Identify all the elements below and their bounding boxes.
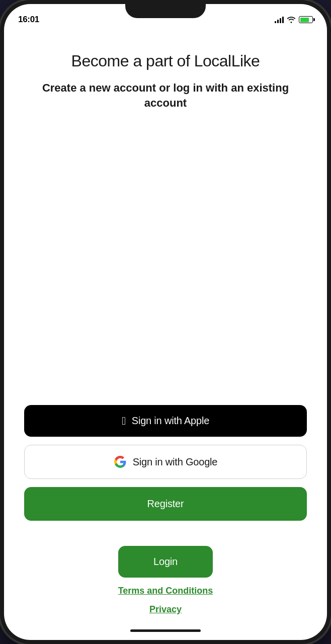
- battery-icon: [299, 16, 313, 23]
- header-section: Become a part of LocalLike Create a new …: [24, 31, 307, 111]
- phone-frame: 16:01: [0, 0, 331, 644]
- phone-screen: 16:01: [4, 4, 327, 640]
- signal-bar-3: [280, 18, 281, 23]
- main-content: Become a part of LocalLike Create a new …: [4, 31, 327, 625]
- register-button[interactable]: Register: [24, 487, 307, 521]
- subtitle: Create a new account or log in with an e…: [24, 80, 307, 110]
- apple-button-label: Sign in with Apple: [132, 415, 209, 427]
- login-button[interactable]: Login: [118, 546, 213, 578]
- apple-icon: : [122, 416, 126, 427]
- battery-body: [299, 16, 313, 23]
- battery-fill: [300, 18, 309, 22]
- home-indicator: [4, 625, 327, 640]
- privacy-link[interactable]: Privacy: [149, 604, 182, 615]
- signal-bar-1: [275, 21, 276, 23]
- signal-bar-4: [282, 17, 284, 23]
- illustration-area: [24, 121, 307, 405]
- home-bar: [130, 629, 201, 632]
- signal-icon: [275, 16, 284, 23]
- terms-link[interactable]: Terms and Conditions: [118, 586, 213, 596]
- register-button-label: Register: [147, 498, 184, 510]
- footer-section: Login Terms and Conditions Privacy: [24, 531, 307, 625]
- google-button-label: Sign in with Google: [133, 456, 218, 468]
- wifi-icon: [287, 16, 296, 23]
- google-icon: [114, 455, 127, 468]
- sign-in-google-button[interactable]: Sign in with Google: [24, 445, 307, 479]
- status-time: 16:01: [18, 15, 39, 25]
- sign-in-apple-button[interactable]:  Sign in with Apple: [24, 405, 307, 437]
- status-bar: 16:01: [4, 4, 327, 31]
- signal-bar-2: [277, 20, 279, 23]
- app-title: Become a part of LocalLike: [24, 51, 307, 70]
- status-icons: [275, 16, 313, 23]
- login-button-label: Login: [153, 556, 178, 567]
- auth-buttons:  Sign in with Apple Sign in with Google…: [24, 405, 307, 531]
